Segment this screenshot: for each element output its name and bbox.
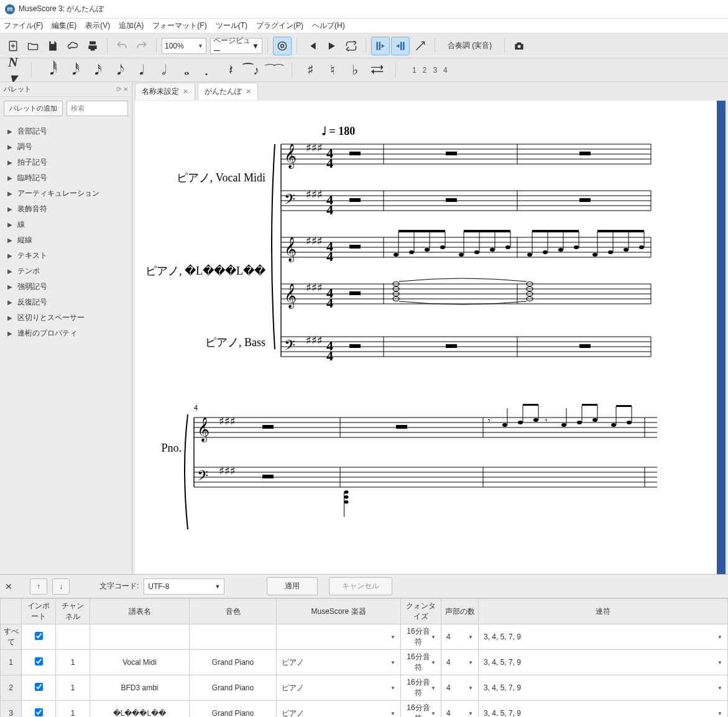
flat-button[interactable]: ♭ — [347, 62, 363, 78]
undo-button[interactable] — [113, 37, 131, 55]
duration-16th[interactable]: 𝅘𝅥𝅯 — [86, 62, 103, 78]
print-button[interactable] — [83, 37, 102, 55]
score-canvas[interactable]: ♩ = 180 ピアノ, Vocal Midi 𝄞 ♯♯♯ 44 — [135, 101, 726, 574]
instrument-combo[interactable]: ピアノ▼ — [279, 708, 398, 718]
palette-item-accidentals[interactable]: ▶臨時記号 — [0, 170, 132, 186]
natural-button[interactable]: ♮ — [325, 62, 341, 78]
tie-button[interactable]: ⁀♪ — [243, 63, 259, 78]
zoom-combo[interactable]: 100%▼ — [162, 38, 206, 54]
palette-item-text[interactable]: ▶テキスト — [0, 248, 132, 263]
quantize-combo[interactable]: 16分音符▼ — [403, 703, 438, 717]
palette-item-ornaments[interactable]: ▶装飾音符 — [0, 201, 132, 217]
menu-format[interactable]: フォーマット(F) — [152, 21, 206, 31]
duration-quarter[interactable]: 𝅘𝅥 — [131, 62, 147, 78]
score-tab-gantanpo[interactable]: がんたんぽ✕ — [198, 83, 258, 100]
instrument-label-1: ピアノ, Vocal Midi — [177, 171, 265, 184]
move-down-button[interactable]: ↓ — [52, 578, 70, 595]
palette-item-dynamics[interactable]: ▶強弱記号 — [0, 279, 132, 295]
menu-file[interactable]: ファイル(F) — [4, 21, 43, 31]
voices-combo[interactable]: 4▼ — [444, 658, 476, 667]
palette-item-keysig[interactable]: ▶調号 — [0, 139, 132, 155]
duration-half[interactable]: 𝅗𝅥 — [154, 62, 170, 78]
voice-2[interactable]: 2 — [423, 66, 427, 75]
play-button[interactable] — [322, 37, 341, 55]
instrument-combo[interactable]: ピアノ▼ — [279, 683, 398, 693]
col-channel[interactable]: チャンネル — [56, 599, 90, 624]
col-timbre[interactable]: 音色 — [190, 599, 277, 624]
apply-button[interactable]: 適用 — [267, 577, 318, 595]
rewind-button[interactable] — [302, 37, 321, 55]
concert-pitch-button[interactable]: 合奏調 (実音) — [448, 40, 492, 51]
add-palette-button[interactable]: パレットの追加 — [4, 101, 63, 116]
close-icon[interactable]: ✕ — [246, 88, 251, 96]
menu-help[interactable]: ヘルプ(H) — [312, 21, 345, 31]
palette-item-repeats[interactable]: ▶反復記号 — [0, 295, 132, 310]
menu-view[interactable]: 表示(V) — [85, 21, 110, 31]
col-staff[interactable]: 譜表名 — [90, 599, 190, 624]
score-tab-untitled[interactable]: 名称未設定✕ — [135, 83, 195, 100]
close-icon[interactable]: ✕ — [183, 88, 188, 96]
menu-plugins[interactable]: プラグイン(P) — [256, 21, 303, 31]
palette-item-lines[interactable]: ▶線 — [0, 217, 132, 232]
menu-tools[interactable]: ツール(T) — [216, 21, 247, 31]
quantize-all-combo[interactable]: 16分音符▼ — [403, 626, 438, 647]
svg-point-63 — [474, 250, 479, 254]
loop-out-button[interactable] — [391, 37, 410, 55]
palette-item-timesig[interactable]: ▶拍子記号 — [0, 155, 132, 170]
duration-dot[interactable]: . — [198, 61, 214, 80]
col-import[interactable]: インポート — [22, 599, 56, 624]
palette-item-articulations[interactable]: ▶アーティキュレーション — [0, 186, 132, 201]
palette-item-clefs[interactable]: ▶音部記号 — [0, 124, 132, 139]
new-button[interactable] — [4, 37, 22, 55]
save-button[interactable] — [44, 37, 62, 55]
duration-whole[interactable]: 𝅝 — [176, 62, 192, 78]
view-combo[interactable]: ページビュー▼ — [210, 38, 262, 54]
move-up-button[interactable]: ↑ — [30, 578, 47, 595]
tuplet-combo[interactable]: 3, 4, 5, 7, 9▼ — [481, 658, 725, 667]
instrument-combo[interactable]: ピアノ▼ — [279, 657, 398, 668]
duration-64th[interactable]: 𝅘𝅥𝅱 — [42, 62, 58, 78]
quantize-combo[interactable]: 16分音符▼ — [403, 677, 438, 698]
encoding-combo[interactable]: UTF-8▼ — [144, 578, 224, 595]
quantize-combo[interactable]: 16分音符▼ — [403, 652, 438, 673]
sharp-button[interactable]: ♯ — [302, 62, 318, 78]
col-instrument[interactable]: MuseScore 楽器 — [277, 599, 401, 624]
tuplet-combo[interactable]: 3, 4, 5, 7, 9▼ — [481, 683, 725, 692]
rest-button[interactable]: 𝄽 — [221, 62, 237, 78]
palette-item-breaks[interactable]: ▶区切りとスペーサー — [0, 310, 132, 326]
palette-item-barlines[interactable]: ▶縦線 — [0, 232, 132, 248]
instrument-all-combo[interactable]: ▼ — [279, 634, 398, 640]
cloud-button[interactable] — [63, 37, 82, 55]
close-panel-button[interactable]: ✕ — [5, 582, 12, 591]
loop-button[interactable] — [342, 37, 361, 55]
loop-in-button[interactable] — [371, 37, 390, 55]
voices-combo[interactable]: 4▼ — [444, 709, 476, 717]
voices-all-combo[interactable]: 4▼ — [444, 633, 476, 641]
voice-4[interactable]: 4 — [443, 66, 448, 75]
palette-item-tempo[interactable]: ▶テンポ — [0, 263, 132, 279]
col-voices[interactable]: 声部の数 — [441, 599, 479, 624]
metronome-button[interactable] — [273, 37, 292, 55]
midi-import-table: インポート チャンネル 譜表名 音色 MuseScore 楽器 クォンタイズ 声… — [0, 598, 728, 717]
flip-button[interactable]: ⮂ — [369, 62, 385, 78]
slur-button[interactable]: ⁀⁀ — [265, 63, 282, 77]
voices-combo[interactable]: 4▼ — [444, 683, 476, 692]
tuplet-all-combo[interactable]: 3, 4, 5, 7, 9▼ — [481, 633, 725, 641]
voice-1[interactable]: 1 — [412, 66, 417, 75]
menu-edit[interactable]: 編集(E) — [52, 21, 76, 31]
palette-search-input[interactable]: 検索 — [67, 101, 128, 116]
duration-32nd[interactable]: 𝅘𝅥𝅰 — [64, 62, 80, 78]
voice-3[interactable]: 3 — [433, 66, 437, 75]
midi-input-button[interactable] — [411, 37, 430, 55]
palette-item-beam[interactable]: ▶連桁のプロパティ — [0, 326, 132, 341]
note-input-mode-button[interactable]: N ▾ — [5, 54, 21, 86]
col-tuplets[interactable]: 連符 — [479, 599, 728, 624]
col-quantize[interactable]: クォンタイズ — [401, 599, 441, 624]
menu-add[interactable]: 追加(A) — [119, 21, 144, 31]
screenshot-button[interactable] — [510, 37, 528, 55]
open-button[interactable] — [24, 37, 42, 55]
duration-8th[interactable]: 𝅘𝅥𝅮 — [109, 62, 125, 78]
tuplet-combo[interactable]: 3, 4, 5, 7, 9▼ — [481, 709, 725, 717]
redo-button[interactable] — [132, 37, 151, 55]
palette-dock-buttons[interactable]: ⟳ ✕ — [116, 86, 128, 93]
